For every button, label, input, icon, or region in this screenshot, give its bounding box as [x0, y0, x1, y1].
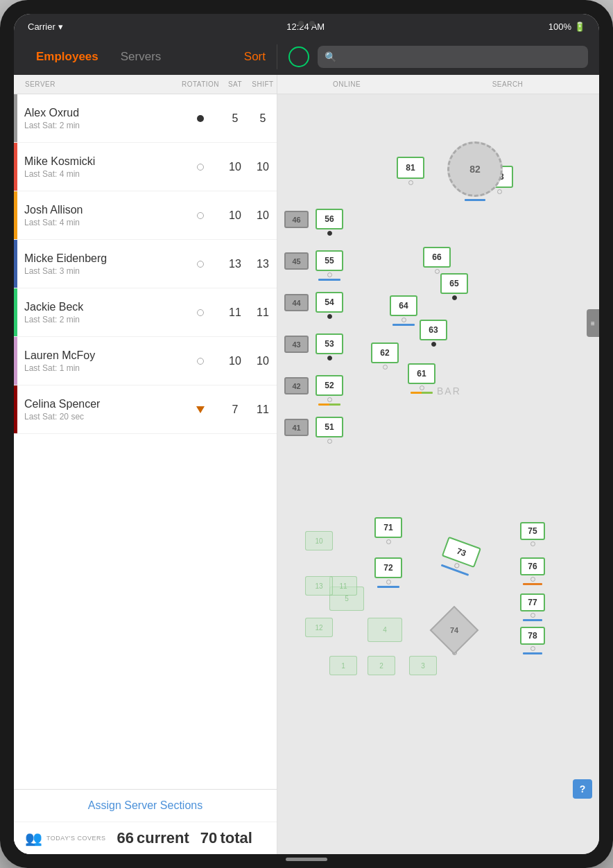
map-table-wrap[interactable]: 65 [440, 273, 468, 300]
help-button[interactable]: ? [573, 779, 592, 799]
covers-total: 70 total [200, 829, 252, 847]
map-table-wrap[interactable]: 55 [316, 250, 343, 281]
table-id-label: 62 [380, 348, 389, 358]
employee-last-sat: Last Sat: 3 min [24, 266, 180, 276]
table-bar [377, 586, 399, 588]
nav-left: Employees Servers Sort [14, 44, 277, 69]
bottom-section: Assign Server Sections 👥 TODAY'S COVERS … [14, 789, 277, 854]
col-sat-header: SAT [221, 80, 249, 88]
front-sensor [309, 21, 315, 26]
side-table-wrap: 43 [284, 336, 309, 353]
employee-row[interactable]: Jackie Beck Last Sat: 2 min 1111 [14, 288, 277, 337]
side-table-wrap: 41 [284, 419, 309, 436]
side-table[interactable]: 41 [284, 419, 309, 436]
assign-server-sections-button[interactable]: Assign Server Sections [14, 790, 277, 822]
side-table[interactable]: 44 [284, 294, 309, 311]
search-icon: 🔍 [325, 51, 336, 62]
map-table-wrap[interactable]: 72 [374, 557, 402, 588]
covers-current-value: 66 [116, 829, 133, 847]
employee-row[interactable]: Alex Oxrud Last Sat: 2 min 55 [14, 94, 277, 143]
table-id-label: 73 [456, 546, 467, 559]
map-table-wrap[interactable]: 82 [447, 141, 503, 201]
map-table-wrap[interactable]: 52 [316, 375, 343, 406]
map-table-wrap[interactable]: 64 [390, 295, 417, 326]
table-box: 51 [316, 417, 343, 437]
employee-row[interactable]: Mike Kosmicki Last Sat: 4 min 1010 [14, 143, 277, 191]
sat-cell: 10 [221, 161, 249, 173]
side-table[interactable]: 43 [284, 336, 309, 353]
employee-info: Micke Eidenberg Last Sat: 3 min [17, 252, 180, 276]
side-table[interactable]: 46 [284, 211, 309, 228]
side-table[interactable]: 42 [284, 377, 309, 394]
employee-last-sat: Last Sat: 20 sec [24, 412, 180, 422]
table-box: 55 [316, 250, 343, 271]
map-table-wrap[interactable]: 54 [316, 292, 343, 319]
table-bar [523, 583, 542, 585]
employee-row[interactable]: Lauren McFoy Last Sat: 1 min 1010 [14, 337, 277, 385]
shift-cell: 10 [249, 161, 277, 173]
col-online-header: ONLINE [277, 80, 416, 88]
map-table-wrap[interactable]: 77 [520, 593, 545, 621]
map-table-wrap[interactable]: 73 [438, 537, 481, 577]
table-box: 72 [374, 557, 402, 578]
employee-list: Alex Oxrud Last Sat: 2 min 55 Mike Kosmi… [14, 94, 277, 854]
employee-last-sat: Last Sat: 4 min [24, 169, 180, 179]
table-indicator-filled [327, 231, 332, 236]
map-table-wrap[interactable]: 51 [316, 417, 343, 444]
employee-info: Jackie Beck Last Sat: 2 min [17, 301, 180, 324]
round-table: 82 [447, 141, 503, 197]
sort-button[interactable]: Sort [244, 50, 266, 64]
employee-row[interactable]: Celina Spencer Last Sat: 20 sec 711 [14, 385, 277, 434]
side-table-wrap: 44 [284, 294, 309, 311]
rotation-cell [180, 257, 221, 271]
map-table-wrap[interactable]: 81 [397, 157, 424, 185]
map-table-wrap[interactable]: 63 [420, 320, 447, 347]
table-box: 54 [316, 292, 343, 313]
shift-cell: 13 [249, 258, 277, 270]
table-indicator-empty [402, 318, 406, 322]
covers-icon-area: 👥 TODAY'S COVERS [25, 830, 105, 847]
map-table-wrap[interactable]: 78 [520, 627, 545, 654]
table-box: 64 [390, 295, 417, 316]
table-id-label: 75 [528, 526, 537, 536]
table-bar-multi [411, 392, 433, 394]
faded-table: 11 [329, 576, 357, 596]
map-table-wrap[interactable]: 74 [437, 613, 472, 655]
table-box: 63 [420, 320, 447, 340]
col-left-headers: SERVER ROTATION SAT SHIFT [14, 75, 277, 94]
table-indicator-empty [530, 541, 535, 546]
employee-name: Celina Spencer [24, 398, 180, 410]
tab-employees[interactable]: Employees [25, 44, 110, 69]
table-box: 81 [397, 157, 424, 179]
side-table[interactable]: 45 [284, 252, 309, 270]
list-icon-button[interactable]: ≡ [587, 309, 599, 337]
table-box: 66 [423, 247, 451, 268]
map-table-wrap[interactable]: 75 [520, 522, 545, 546]
employee-last-sat: Last Sat: 2 min [24, 315, 180, 324]
map-table-wrap[interactable]: 53 [316, 333, 343, 361]
ipad-frame: Carrier ▾ 12:24 AM 100% 🔋 Employees Serv… [0, 0, 613, 868]
rotation-filled-dot [197, 115, 204, 122]
camera-dot [298, 21, 304, 26]
map-table-wrap[interactable]: 66 [423, 247, 451, 274]
employee-row[interactable]: Micke Eidenberg Last Sat: 3 min 1313 [14, 240, 277, 288]
table-indicator-empty [454, 562, 460, 568]
map-table-wrap[interactable]: 62 [371, 342, 399, 370]
map-table-wrap[interactable]: 61 [408, 363, 435, 394]
carrier-text: Carrier [28, 21, 55, 32]
map-table-wrap[interactable]: 76 [520, 557, 545, 585]
faded-table: 1 [329, 656, 357, 675]
map-table-wrap[interactable]: 71 [374, 517, 402, 544]
table-indicator-empty [383, 365, 388, 370]
table-indicator-filled [327, 356, 332, 361]
employee-row[interactable]: Josh Allison Last Sat: 4 min 1010 [14, 191, 277, 240]
online-indicator [288, 46, 309, 67]
tab-servers[interactable]: Servers [110, 44, 173, 69]
sat-cell: 10 [221, 209, 249, 222]
table-bar-multi [318, 403, 340, 406]
search-bar[interactable]: 🔍 [318, 46, 588, 68]
map-table-wrap[interactable]: 56 [316, 209, 343, 236]
table-box: 61 [408, 363, 435, 384]
shift-cell: 10 [249, 355, 277, 367]
sat-cell: 13 [221, 258, 249, 270]
